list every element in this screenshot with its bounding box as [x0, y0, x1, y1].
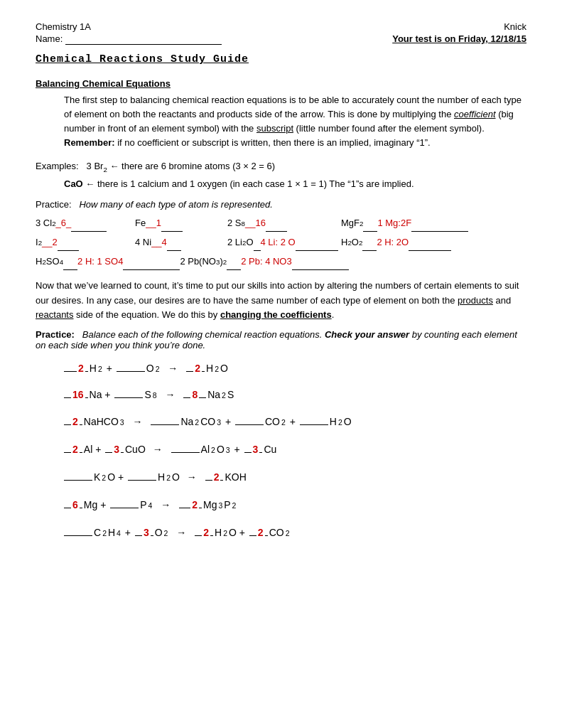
practice-grid: 3 Cl2 _6_ Fe __1 2 S8 __16 MgF2 1 Mg:2F …: [36, 215, 526, 270]
section1-heading: Balancing Chemical Equations: [36, 78, 526, 89]
equation-5: K2O + H2O → 2KOH: [64, 466, 526, 488]
section3-label: Practice: Balance each of the following …: [36, 329, 526, 350]
equation-4: 2Al + 3CuO → Al2O3 + 3Cu: [64, 439, 526, 461]
practice-label: Practice: How many of each type of atom …: [36, 199, 526, 210]
page-title: Chemical Reactions Study Guide: [36, 53, 526, 65]
name-field: Name:: [36, 33, 222, 45]
teacher-label: Knick: [504, 21, 526, 32]
equations-block: 2H2 + O2 → 2H2O 16Na + S8 → 8Na2S 2NaHCO…: [64, 358, 526, 544]
section1-para: The first step to balancing chemical rea…: [64, 93, 526, 151]
section2-para: Now that we’ve learned to count, it’s ti…: [36, 279, 526, 321]
examples-label: Examples:: [36, 161, 79, 171]
test-notice: Your test is on Friday, 12/18/15: [392, 33, 526, 44]
course-label: Chemistry 1A: [36, 21, 91, 32]
equation-2: 16Na + S8 → 8Na2S: [64, 384, 526, 406]
examples-block: Examples: 3 Br2 ← there are 6 bromine at…: [36, 158, 526, 193]
equation-6: 6Mg + P4 → 2Mg3P2: [64, 494, 526, 516]
equation-1: 2H2 + O2 → 2H2O: [64, 358, 526, 380]
equation-7: C2H4 + 3O2 → 2H2O + 2CO2: [64, 522, 526, 544]
equation-3: 2NaHCO3 → Na2CO3 + CO2 + H2O: [64, 411, 526, 433]
